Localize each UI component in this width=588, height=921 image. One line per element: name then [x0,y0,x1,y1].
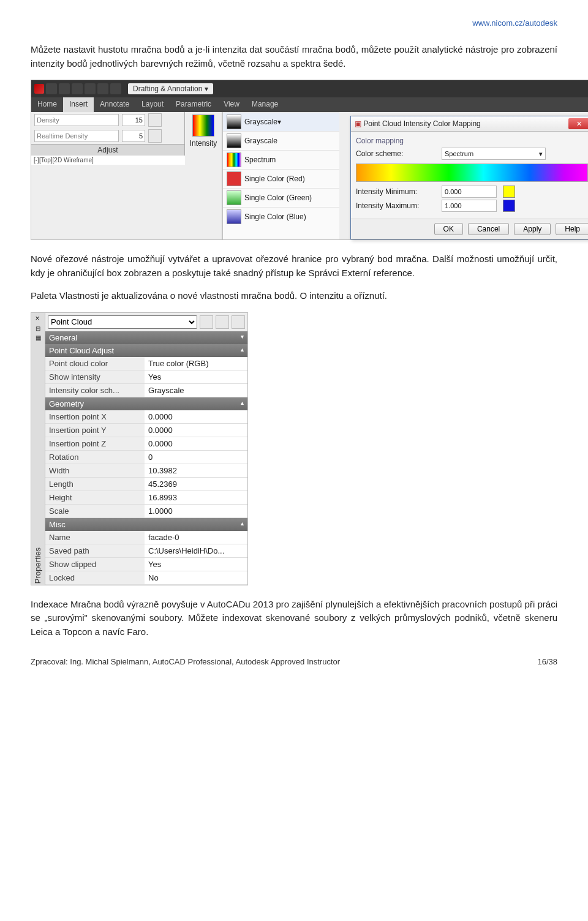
prop-value[interactable]: C:\Users\HeidiH\Do... [145,544,247,557]
red-icon [227,171,241,186]
palette-sidebar: × ⊟ ▦ Properties [31,312,45,585]
workspace-selector[interactable]: Drafting & Annotation ▾ [128,83,213,94]
prop-value[interactable]: Yes [145,558,247,571]
qat-save-icon[interactable] [72,83,83,94]
object-type-select[interactable]: Point Cloud [48,315,197,329]
palette-menu-icon[interactable]: ▦ [34,333,42,342]
opt-blue[interactable]: Single Color (Blue) [244,212,306,221]
color-mapping-dialog: ▣ Point Cloud Intensity Color Mapping ✕ … [350,116,588,239]
grayscale-icon [227,133,241,148]
prop-value[interactable]: Yes [145,370,247,383]
qat-undo-icon[interactable] [85,83,96,94]
titlebar: Drafting & Annotation ▾ [31,80,588,97]
apply-button[interactable]: Apply [514,223,551,235]
table-row: Saved pathC:\Users\HeidiH\Do... [45,544,247,558]
realtime-density-value[interactable]: 5 [122,130,145,142]
header-link[interactable]: www.nicom.cz/autodesk [31,18,557,28]
quickselect-icon[interactable] [200,315,213,329]
blue-icon [227,209,241,224]
section-misc[interactable]: Misc▴ [45,518,247,531]
prop-key: Length [45,478,145,491]
color-scheme-panel: Grayscale ▾ Grayscale Spectrum Single Co… [222,112,339,239]
prop-value[interactable]: 0 [145,451,247,464]
grayscale-btn[interactable]: Grayscale [244,118,277,126]
paragraph-2: Nové ořezové nástroje umožňují vytvářet … [31,252,557,280]
prop-key: Saved path [45,544,145,557]
cancel-button[interactable]: Cancel [468,223,509,235]
density-input[interactable] [34,114,119,126]
prop-value[interactable]: Grayscale [145,384,247,397]
viewport-label[interactable]: [-][Top][2D Wireframe] [31,156,185,165]
table-row: Insertion point Y0.0000 [45,424,247,437]
tab-view[interactable]: View [217,97,246,112]
prop-value[interactable]: facade-0 [145,531,247,544]
qat-print-icon[interactable] [110,83,121,94]
tab-home[interactable]: Home [31,97,63,112]
palette-close-icon[interactable]: × [34,313,42,324]
prop-value[interactable]: 0.0000 [145,437,247,450]
prop-value[interactable]: 0.0000 [145,424,247,437]
table-row: Point cloud colorTrue color (RGB) [45,357,247,370]
properties-screenshot: × ⊟ ▦ Properties Point Cloud General▾ Po… [31,312,557,585]
tab-manage[interactable]: Manage [246,97,284,112]
qat-redo-icon[interactable] [97,83,108,94]
prop-key: Scale [45,505,145,517]
realtime-slider-icon[interactable] [148,129,162,143]
table-row: Insertion point Z0.0000 [45,437,247,451]
workspace-label: Drafting & Annotation [133,85,202,93]
chevron-down-icon: ▾ [241,333,244,342]
section-geometry[interactable]: Geometry▴ [45,397,247,410]
min-input[interactable]: 0.000 [442,186,497,198]
close-icon[interactable]: ✕ [568,118,588,129]
dialog-section-label: Color mapping [356,137,588,145]
app-logo-icon[interactable] [34,84,44,94]
palette-pin-icon[interactable]: ⊟ [34,324,42,333]
tab-parametric[interactable]: Parametric [170,97,217,112]
prop-value[interactable]: 45.2369 [145,478,247,491]
selectobjects-icon[interactable] [232,315,245,329]
chevron-up-icon: ▴ [241,399,244,408]
intensity-button-icon[interactable] [192,115,214,137]
paragraph-4: Indexace Mračna bodů výrazně povyšuje v … [31,598,557,639]
prop-value[interactable]: 10.3982 [145,464,247,477]
prop-key: Height [45,491,145,504]
tab-layout[interactable]: Layout [135,97,170,112]
prop-key: Insertion point Y [45,424,145,437]
min-color-swatch[interactable] [503,186,515,198]
qat-open-icon[interactable] [59,83,70,94]
prop-key: Name [45,531,145,544]
help-button[interactable]: Help [556,223,588,235]
ok-button[interactable]: OK [434,223,463,235]
footer-page: 16/38 [537,657,557,666]
tab-annotate[interactable]: Annotate [94,97,135,112]
prop-key: Show intensity [45,370,145,383]
prop-value[interactable]: True color (RGB) [145,357,247,370]
scheme-label: Color scheme: [356,149,435,158]
table-row: Scale1.0000 [45,505,247,518]
chevron-up-icon: ▴ [241,346,244,355]
density-slider-icon[interactable] [148,113,162,127]
table-row: Show clippedYes [45,558,247,571]
spectrum-icon [227,152,241,167]
density-value[interactable]: 15 [122,114,145,126]
prop-value[interactable]: No [145,571,247,584]
max-input[interactable]: 1.000 [442,200,497,212]
section-adjust[interactable]: Point Cloud Adjust▴ [45,344,247,357]
prop-value[interactable]: 0.0000 [145,410,247,423]
tab-insert[interactable]: Insert [63,97,94,112]
scheme-select[interactable]: Spectrum▾ [442,148,546,160]
prop-key: Intensity color sch... [45,384,145,397]
max-color-swatch[interactable] [503,200,515,212]
pickadd-icon[interactable] [216,315,229,329]
prop-value[interactable]: 16.8993 [145,491,247,504]
prop-key: Insertion point X [45,410,145,423]
opt-spectrum[interactable]: Spectrum [244,156,276,164]
opt-red[interactable]: Single Color (Red) [244,175,305,183]
qat-new-icon[interactable] [46,83,57,94]
palette-title: Properties [34,547,43,583]
opt-green[interactable]: Single Color (Green) [244,194,312,202]
opt-grayscale[interactable]: Grayscale [244,137,277,145]
section-general[interactable]: General▾ [45,331,247,344]
prop-value[interactable]: 1.0000 [145,505,247,517]
realtime-density-input[interactable] [34,130,119,142]
